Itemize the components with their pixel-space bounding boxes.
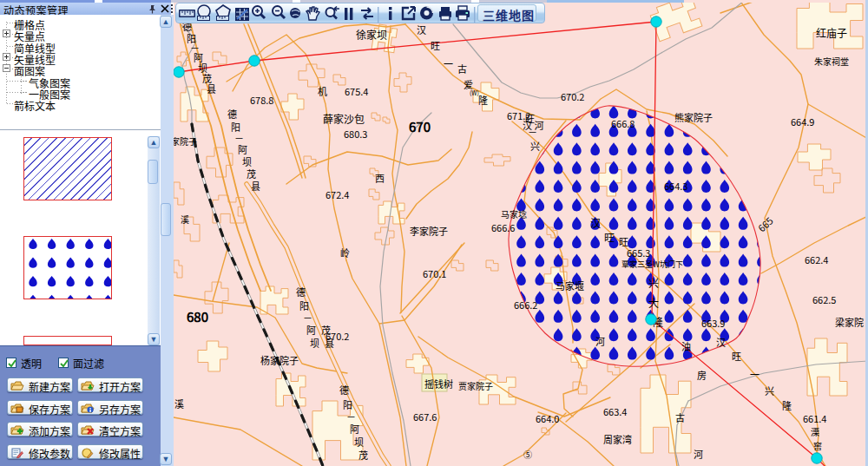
svg-text:茂: 茂 bbox=[358, 448, 368, 462]
svg-text:661.4: 661.4 bbox=[803, 411, 826, 425]
svg-text:汉: 汉 bbox=[417, 23, 426, 36]
svg-text:溧: 溧 bbox=[811, 425, 819, 438]
svg-text:664.0: 664.0 bbox=[536, 411, 559, 425]
svg-text:672.4: 672.4 bbox=[326, 187, 349, 201]
svg-text:汉: 汉 bbox=[716, 335, 726, 349]
svg-text:旺: 旺 bbox=[431, 38, 440, 52]
svg-text:670: 670 bbox=[409, 117, 431, 135]
svg-text:李家院子: 李家院子 bbox=[410, 224, 448, 238]
svg-text:县: 县 bbox=[325, 336, 334, 350]
svg-text:旺: 旺 bbox=[604, 230, 615, 245]
svg-text:664.3: 664.3 bbox=[664, 179, 687, 193]
svg-text:⑤: ⑤ bbox=[523, 448, 532, 461]
svg-text:覃家三圣W坑门下: 覃家三圣W坑门下 bbox=[621, 259, 683, 270]
svg-text:坝: 坝 bbox=[354, 435, 364, 449]
svg-text:664.9: 664.9 bbox=[791, 115, 814, 128]
svg-text:678.8: 678.8 bbox=[250, 93, 273, 107]
svg-text:一: 一 bbox=[750, 367, 760, 381]
svg-text:670.2: 670.2 bbox=[561, 89, 584, 103]
svg-text:红庙子: 红庙子 bbox=[816, 25, 847, 40]
svg-text:680.3: 680.3 bbox=[344, 127, 367, 141]
svg-text:坝: 坝 bbox=[310, 336, 319, 350]
svg-text:西: 西 bbox=[375, 171, 385, 185]
svg-text:茂: 茂 bbox=[321, 323, 331, 337]
svg-text:马家堰: 马家堰 bbox=[556, 279, 584, 292]
svg-text:朱家祠堂: 朱家祠堂 bbox=[814, 55, 849, 68]
svg-text:旺: 旺 bbox=[619, 234, 628, 248]
svg-text:665.3: 665.3 bbox=[627, 246, 650, 259]
svg-text:河: 河 bbox=[595, 334, 605, 348]
svg-text:隆: 隆 bbox=[478, 93, 488, 107]
svg-text:德: 德 bbox=[339, 383, 349, 397]
svg-text:河: 河 bbox=[694, 447, 703, 461]
svg-text:古: 古 bbox=[675, 410, 685, 424]
svg-text:666.2: 666.2 bbox=[514, 298, 537, 312]
svg-text:县: 县 bbox=[251, 179, 260, 193]
svg-text:大: 大 bbox=[648, 295, 659, 310]
svg-text:德: 德 bbox=[227, 107, 237, 121]
svg-text:隆: 隆 bbox=[782, 398, 792, 412]
svg-text:油: 油 bbox=[681, 339, 691, 353]
svg-text:670.1: 670.1 bbox=[423, 266, 446, 280]
svg-text:溪: 溪 bbox=[174, 397, 184, 410]
svg-text:德: 德 bbox=[296, 285, 306, 299]
svg-text:机: 机 bbox=[318, 84, 327, 98]
svg-text:兴: 兴 bbox=[648, 275, 659, 290]
svg-text:薛家沙包: 薛家沙包 bbox=[323, 111, 365, 126]
svg-text:徐家坝: 徐家坝 bbox=[356, 27, 387, 42]
svg-text:周家湾: 周家湾 bbox=[603, 432, 632, 446]
svg-text:熊家院子: 熊家院子 bbox=[674, 110, 713, 124]
svg-text:古: 古 bbox=[457, 62, 467, 75]
svg-text:杨家院子: 杨家院子 bbox=[260, 353, 299, 367]
svg-text:662.5: 662.5 bbox=[812, 292, 836, 306]
svg-text:663.9: 663.9 bbox=[701, 316, 725, 330]
svg-text:－: － bbox=[528, 125, 537, 139]
svg-text:县: 县 bbox=[207, 82, 216, 95]
svg-text:680: 680 bbox=[187, 307, 208, 325]
svg-text:675.4: 675.4 bbox=[345, 84, 368, 98]
svg-text:岭: 岭 bbox=[340, 246, 350, 259]
svg-text:阿: 阿 bbox=[350, 422, 359, 436]
svg-text:房: 房 bbox=[697, 368, 707, 382]
svg-text:阿: 阿 bbox=[306, 323, 316, 337]
svg-text:兴: 兴 bbox=[530, 139, 540, 153]
svg-text:(W): (W) bbox=[470, 89, 479, 97]
svg-text:一: 一 bbox=[444, 56, 453, 70]
svg-text:窖: 窖 bbox=[813, 439, 822, 452]
svg-text:马家埝: 马家埝 bbox=[501, 207, 527, 220]
svg-text:旺: 旺 bbox=[525, 111, 535, 125]
svg-text:666.8: 666.8 bbox=[611, 116, 635, 130]
svg-text:旺: 旺 bbox=[732, 349, 741, 363]
svg-text:663.4: 663.4 bbox=[603, 404, 627, 418]
svg-text:667.6: 667.6 bbox=[413, 410, 437, 423]
svg-text:溪: 溪 bbox=[181, 213, 189, 226]
svg-text:兴: 兴 bbox=[765, 384, 774, 397]
svg-text:汉: 汉 bbox=[590, 215, 601, 230]
svg-text:家院子: 家院子 bbox=[171, 135, 197, 148]
svg-text:摇钱树: 摇钱树 bbox=[424, 377, 453, 391]
svg-text:662.4: 662.4 bbox=[805, 253, 828, 266]
svg-text:梁家院: 梁家院 bbox=[835, 315, 864, 329]
svg-text:贾家院子: 贾家院子 bbox=[458, 379, 493, 392]
svg-text:666.6: 666.6 bbox=[491, 220, 515, 234]
